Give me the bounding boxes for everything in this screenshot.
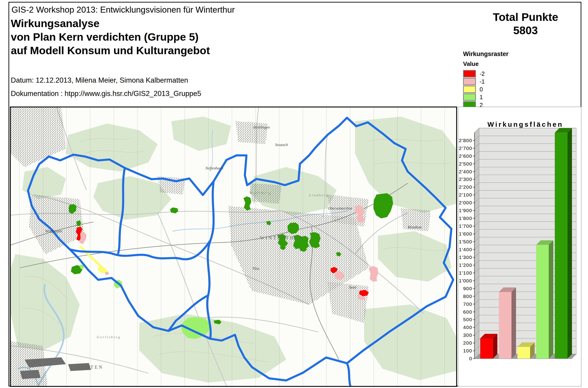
bar-side-2: [567, 128, 572, 359]
total-punkte-label: Total Punkte: [472, 11, 579, 24]
map-label-Hettlingen: Hettlingen: [253, 125, 270, 129]
legend-item-0: 0: [463, 85, 509, 93]
map-label-Seen: Seen: [349, 285, 356, 290]
y-tick-label: 500: [463, 317, 472, 322]
main-title-line3: auf Modell Konsum und Kulturangebot: [11, 44, 210, 57]
y-tick-label: 2'100: [459, 192, 472, 197]
y-tick-label: 1'500: [459, 239, 472, 244]
legend-swatch--1: [463, 78, 476, 85]
legend-items: -2-1012: [463, 70, 509, 109]
map-label-Gerlisberg: Gerlisberg: [97, 335, 121, 339]
bar-2: [555, 133, 567, 359]
legend-item--2: -2: [463, 70, 509, 78]
total-punkte-value: 5803: [472, 24, 579, 37]
map-label-Wolfsberg: Wolfsberg: [250, 191, 272, 195]
y-tick-label: 2'200: [459, 184, 472, 190]
legend-swatch-1: [463, 94, 476, 101]
legend-item--1: -1: [463, 78, 509, 85]
map-frame: HettlingenSeuzachNeftenbachWINTERTHURObe…: [10, 107, 457, 387]
legend-label: 1: [480, 94, 483, 100]
y-tick-label: 100: [463, 348, 472, 353]
wirkungsflaechen-chart: Wirkungsflächen0100200300400500600700800…: [458, 107, 581, 386]
y-tick-label: 1'100: [459, 270, 472, 275]
workshop-title: GIS-2 Workshop 2013: Entwicklungsvisione…: [11, 5, 235, 15]
chart-leftwall: [475, 128, 479, 359]
y-tick-label: 2'000: [459, 200, 472, 205]
legend-subtitle: Value: [463, 60, 509, 68]
y-tick-label: 900: [463, 286, 472, 291]
map-label-Wülflingen: Wülflingen: [45, 229, 62, 233]
legend-item-1: 1: [463, 93, 509, 101]
main-title-line2: von Plan Kern verdichten (Gruppe 5): [11, 30, 210, 44]
y-tick-label: 1'200: [459, 262, 472, 268]
dokumentation-line: Dokumentation : htpp://www.gis.hsr.ch/GI…: [11, 90, 201, 98]
y-tick-label: 2'800: [459, 138, 472, 143]
wirkungsraster-legend: Wirkungsraster Value -2-1012: [463, 50, 509, 109]
map-label-Töss: Töss: [252, 266, 259, 271]
y-tick-label: 1'900: [459, 208, 472, 213]
y-tick-label: 1'000: [459, 278, 472, 283]
chart-title: Wirkungsflächen: [487, 121, 563, 128]
bar-0: [517, 347, 530, 359]
legend-title: Wirkungsraster: [463, 50, 509, 58]
legend-label: -2: [480, 71, 485, 77]
map-label-KLOTEN: KLOTEN: [77, 364, 103, 370]
datum-line: Datum: 12.12.2013, Milena Meier, Simona …: [11, 76, 188, 84]
y-tick-label: 2'700: [459, 146, 472, 151]
map-label-Rümikon: Rümikon: [408, 225, 421, 229]
main-title: Wirkungsanalyse von Plan Kern verdichten…: [11, 17, 210, 57]
map-label-WINTERTHUR: WINTERTHUR: [260, 235, 304, 240]
y-tick-label: 2'600: [459, 153, 472, 159]
y-tick-label: 2'400: [459, 169, 472, 174]
legend-label: -1: [480, 78, 485, 85]
total-punkte: Total Punkte 5803: [472, 11, 579, 37]
y-tick-label: 800: [463, 294, 472, 299]
y-tick-label: 1'300: [459, 255, 472, 260]
y-tick-label: 700: [463, 301, 472, 307]
y-tick-label: 200: [463, 340, 472, 345]
legend-swatch-0: [463, 86, 476, 93]
y-tick-label: 1'600: [459, 231, 472, 237]
bar-1: [536, 245, 549, 359]
y-tick-label: 2'500: [459, 161, 472, 167]
bar--1: [499, 292, 511, 359]
chart-panel: Wirkungsflächen0100200300400500600700800…: [458, 107, 581, 387]
map-label-Neftenbach: Neftenbach: [205, 166, 223, 170]
y-tick-label: 2'300: [459, 176, 472, 182]
bar-side--1: [511, 288, 516, 359]
y-tick-label: 600: [463, 309, 472, 315]
y-tick-label: 0: [469, 356, 472, 361]
main-title-line1: Wirkungsanalyse: [11, 17, 210, 30]
y-tick-label: 1'800: [459, 216, 472, 221]
y-tick-label: 1'700: [459, 223, 472, 229]
y-tick-label: 300: [463, 332, 472, 338]
bar-side-1: [549, 240, 553, 359]
map-label-Lindberg: Lindberg: [309, 193, 329, 197]
y-tick-label: 1'400: [459, 247, 472, 252]
map-label-Oberwinterthur: Oberwinterthur: [328, 206, 353, 211]
bar--2: [480, 339, 493, 359]
legend-swatch--2: [463, 70, 476, 77]
y-tick-label: 400: [463, 325, 472, 330]
legend-label: 0: [480, 86, 483, 93]
map-svg: HettlingenSeuzachNeftenbachWINTERTHURObe…: [11, 107, 456, 386]
map-label-Seuzach: Seuzach: [275, 143, 288, 147]
